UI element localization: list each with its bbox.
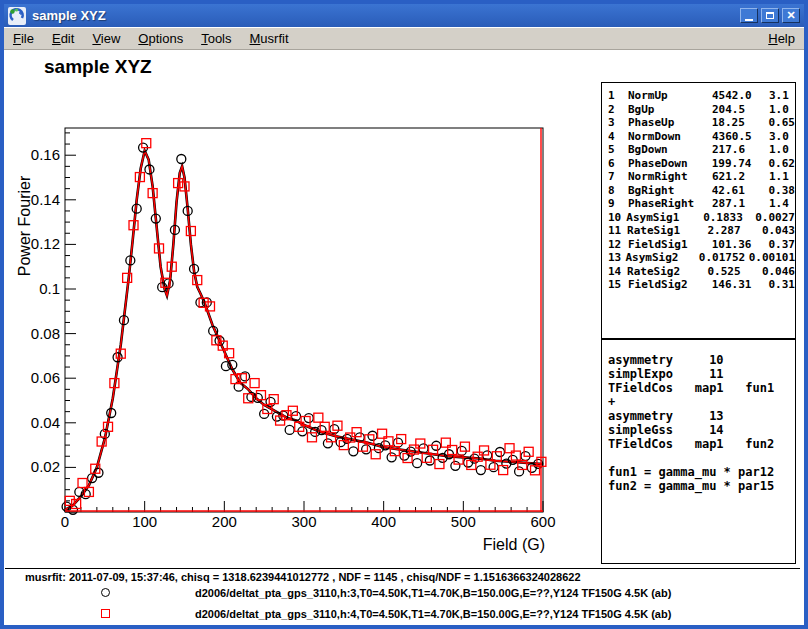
data-point-circle bbox=[368, 431, 377, 440]
param-no: 2 bbox=[608, 103, 628, 117]
param-val: 18.25 bbox=[712, 116, 769, 130]
theory-line: TFieldCos map1 fun2 bbox=[608, 437, 795, 451]
data-point-circle bbox=[304, 414, 313, 423]
y-tick-label: 0.1 bbox=[39, 280, 60, 297]
param-err: 1.1 bbox=[769, 170, 795, 184]
param-no: 10 bbox=[608, 211, 626, 225]
param-no: 1 bbox=[608, 89, 628, 103]
menu-file[interactable]: File bbox=[4, 29, 43, 48]
x-tick-label: 200 bbox=[212, 513, 237, 530]
menu-tools[interactable]: Tools bbox=[192, 29, 240, 48]
param-row: 6PhaseDown199.740.62 bbox=[602, 157, 795, 171]
close-icon: ✕ bbox=[786, 10, 795, 21]
x-tick-label: 400 bbox=[371, 513, 396, 530]
param-row: 1NormUp4542.03.1 bbox=[602, 89, 795, 103]
param-val: 0.1833 bbox=[703, 211, 755, 225]
param-val: 101.36 bbox=[712, 238, 769, 252]
data-point-circle bbox=[349, 447, 358, 456]
param-val: 287.1 bbox=[712, 197, 769, 211]
param-row: 7NormRight621.21.1 bbox=[602, 170, 795, 184]
param-row: 3PhaseUp18.250.65 bbox=[602, 116, 795, 130]
menu-musrfit[interactable]: Musrfit bbox=[241, 29, 298, 48]
theory-line: TFieldCos map1 fun1 bbox=[608, 381, 795, 395]
param-no: 7 bbox=[608, 170, 628, 184]
param-err: 1.0 bbox=[769, 143, 795, 157]
theory-line: simplExpo 11 bbox=[608, 367, 795, 381]
param-row: 12FieldSig1101.360.37 bbox=[602, 238, 795, 252]
param-err: 0.37 bbox=[769, 238, 796, 252]
param-val: 0.525 bbox=[707, 265, 761, 279]
param-row: 11RateSig12.2870.043 bbox=[602, 224, 795, 238]
param-name: AsymSig2 bbox=[625, 251, 698, 265]
x-tick-label: 300 bbox=[291, 513, 316, 530]
param-err: 0.0027 bbox=[755, 211, 795, 225]
root-canvas[interactable]: 01002003004005006000.020.040.060.080.10.… bbox=[4, 50, 804, 625]
param-name: NormUp bbox=[628, 89, 712, 103]
param-name: BgDown bbox=[628, 143, 712, 157]
app-window: sample XYZ ✕ File Edit View Options Tool… bbox=[0, 0, 808, 629]
param-name: NormRight bbox=[628, 170, 712, 184]
menu-help[interactable]: Help bbox=[759, 29, 804, 48]
param-no: 5 bbox=[608, 143, 628, 157]
title-bar[interactable]: sample XYZ ✕ bbox=[4, 4, 804, 27]
y-tick-label: 0.04 bbox=[31, 414, 60, 431]
param-no: 13 bbox=[608, 251, 625, 265]
param-name: BgRight bbox=[628, 184, 712, 198]
theory-line: fun2 = gamma_mu * par15 bbox=[608, 479, 795, 493]
menu-view[interactable]: View bbox=[83, 29, 129, 48]
circle-marker-icon bbox=[101, 588, 110, 597]
legend-entry-histo4: d2006/deltat_pta_gps_3110,h:4,T0=4.50K,T… bbox=[4, 607, 804, 621]
root-logo-icon bbox=[8, 7, 26, 25]
menu-bar: File Edit View Options Tools Musrfit Hel… bbox=[4, 27, 804, 50]
data-point-circle bbox=[323, 439, 332, 448]
minimize-icon bbox=[745, 19, 753, 21]
data-point-circle bbox=[285, 425, 294, 434]
x-tick-label: 0 bbox=[61, 513, 69, 530]
x-tick-label: 500 bbox=[451, 513, 476, 530]
param-no: 3 bbox=[608, 116, 628, 130]
param-err: 0.31 bbox=[769, 278, 796, 292]
param-name: RateSig2 bbox=[627, 265, 707, 279]
param-val: 0.01752 bbox=[699, 251, 749, 265]
param-val: 4360.5 bbox=[712, 130, 769, 144]
theory-line: + bbox=[608, 395, 795, 409]
data-point-square bbox=[78, 479, 87, 488]
y-axis-title: Power Fourier bbox=[16, 175, 33, 276]
param-val: 4542.0 bbox=[712, 89, 769, 103]
param-no: 4 bbox=[608, 130, 628, 144]
plot-frame bbox=[65, 128, 543, 512]
param-row: 8BgRight42.610.38 bbox=[602, 184, 795, 198]
theory-line: simpleGss 14 bbox=[608, 423, 795, 437]
param-val: 217.6 bbox=[712, 143, 769, 157]
param-name: FieldSig1 bbox=[628, 238, 712, 252]
param-name: NormDown bbox=[628, 130, 712, 144]
data-point-circle bbox=[362, 445, 371, 454]
param-row: 5BgDown217.61.0 bbox=[602, 143, 795, 157]
maximize-button[interactable] bbox=[761, 8, 779, 23]
theory-line: asymmetry 13 bbox=[608, 409, 795, 423]
data-point-circle bbox=[413, 459, 422, 468]
param-no: 9 bbox=[608, 197, 628, 211]
legend-entry-histo3: d2006/deltat_pta_gps_3110,h:3,T0=4.50K,T… bbox=[4, 586, 804, 600]
minimize-button[interactable] bbox=[740, 8, 758, 23]
param-row: 4NormDown4360.53.0 bbox=[602, 130, 795, 144]
y-tick-label: 0.14 bbox=[31, 191, 60, 208]
param-err: 1.4 bbox=[769, 197, 795, 211]
param-err: 3.1 bbox=[769, 89, 795, 103]
menu-options[interactable]: Options bbox=[129, 29, 192, 48]
fit-status-text: musrfit: 2011-07-09, 15:37:46, chisq = 1… bbox=[25, 571, 581, 583]
menu-edit[interactable]: Edit bbox=[43, 29, 83, 48]
param-no: 8 bbox=[608, 184, 628, 198]
data-point-square bbox=[250, 379, 259, 388]
close-button[interactable]: ✕ bbox=[782, 8, 800, 23]
x-axis-title: Field (G) bbox=[483, 536, 545, 553]
data-point-circle bbox=[221, 362, 230, 371]
data-point-square bbox=[314, 413, 323, 422]
theory-line bbox=[608, 451, 795, 465]
data-point-circle bbox=[515, 467, 524, 476]
param-err: 1.0 bbox=[769, 103, 795, 117]
data-point-circle bbox=[425, 456, 434, 465]
param-row: 9PhaseRight287.11.4 bbox=[602, 197, 795, 211]
param-name: PhaseUp bbox=[628, 116, 712, 130]
param-val: 621.2 bbox=[712, 170, 769, 184]
